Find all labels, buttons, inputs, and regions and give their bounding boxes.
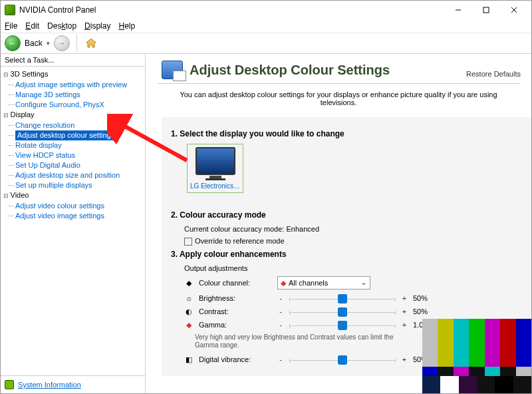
sidebar-header: Select a Task... [1,54,145,67]
monitor-icon [196,147,235,175]
colour-channel-select[interactable]: ◆All channels [277,276,370,290]
gamma-label: Gamma: [199,321,272,329]
tree-item[interactable]: Manage 3D settings [15,90,145,100]
brightness-slider[interactable] [289,294,396,303]
window-title: NVIDIA Control Panel [19,5,445,15]
contrast-slider[interactable] [289,307,396,316]
nvidia-app-icon [5,5,15,15]
tree-item[interactable]: Configure Surround, PhysX [15,100,145,110]
task-tree: 3D Settings Adjust image settings with p… [1,67,145,376]
contrast-label: Contrast: [199,307,272,315]
arrow-right-icon: → [58,39,66,48]
menu-display[interactable]: Display [84,21,110,31]
arrow-left-icon: ← [9,39,17,48]
vibrance-slider[interactable] [289,355,396,364]
gamma-slider[interactable] [289,320,396,329]
titlebar: NVIDIA Control Panel [1,1,531,19]
display-name: LG Electronics… [190,182,240,190]
step-2-label: 2. Colour accuracy mode [171,210,519,220]
tree-item-selected[interactable]: Adjust desktop colour settings [15,130,116,140]
toolbar: ← Back ▾ → [1,33,531,54]
tree-item[interactable]: Change resolution [15,120,145,130]
display-thumbnail[interactable]: LG Electronics… [187,144,243,193]
nav-back-label: Back [25,39,43,48]
nav-back-button[interactable]: ← [5,35,21,51]
brightness-value: 50% [413,294,436,302]
nvidia-icon [5,380,14,389]
tree-item[interactable]: Adjust desktop size and position [15,170,145,180]
close-button[interactable] [501,2,527,18]
tree-group-video[interactable]: Video [3,190,145,201]
contrast-value: 50% [413,307,436,315]
page-description: You can adjust desktop colour settings f… [146,84,531,113]
system-information-bar: System Information [1,376,145,393]
menu-help[interactable]: Help [118,21,135,31]
page-title: Adjust Desktop Colour Settings [190,63,466,78]
vibrance-label: Digital vibrance: [199,355,272,363]
override-label: Override to reference mode [195,237,285,245]
colour-channel-value: All channels [289,279,328,287]
tree-item[interactable]: Adjust video image settings [15,211,145,221]
tree-item[interactable]: Adjust image settings with preview [15,80,145,90]
tree-item[interactable]: Adjust video colour settings [15,201,145,211]
menu-desktop[interactable]: Desktop [47,21,76,31]
main-pane: Adjust Desktop Colour Settings Restore D… [146,54,531,393]
gamma-note: Very high and very low Brightness and Co… [195,333,394,349]
tree-item[interactable]: View HDCP status [15,150,145,160]
minimize-button[interactable] [445,2,471,18]
gamma-icon: ◆ [184,320,194,329]
sidebar: Select a Task... 3D Settings Adjust imag… [1,54,146,393]
menubar: File Edit Desktop Display Help [1,19,531,33]
nav-forward-button[interactable]: → [54,35,70,51]
tree-item[interactable]: Set Up Digital Audio [15,160,145,170]
vibrance-icon: ◧ [184,355,194,364]
step-1-label: 1. Select the display you would like to … [171,129,519,138]
menu-edit[interactable]: Edit [25,21,39,31]
tree-item[interactable]: Set up multiple displays [15,180,145,190]
restore-defaults-link[interactable]: Restore Defaults [466,70,521,79]
output-adjustments-label: Output adjustments [184,264,519,272]
colour-channel-label: Colour channel: [199,279,272,287]
tree-group-3d[interactable]: 3D Settings [3,69,145,80]
tree-item[interactable]: Rotate display [15,140,145,150]
colour-channel-icon: ◆ [184,278,194,288]
page-header-icon [162,61,183,79]
brightness-icon: ☼ [184,294,194,303]
reference-image-preview: Reference image: 1 2 [422,319,531,393]
contrast-icon: ◐ [184,307,194,316]
step-3-label: 3. Apply colour enhancements [171,250,519,259]
system-information-link[interactable]: System Information [18,381,81,389]
home-button[interactable] [84,36,98,51]
toolbar-separator [76,35,77,52]
back-dropdown-icon[interactable]: ▾ [47,40,50,47]
brightness-label: Brightness: [199,294,272,302]
override-checkbox-row[interactable]: Override to reference mode [184,237,519,246]
menu-file[interactable]: File [5,21,17,31]
checkbox-icon[interactable] [184,238,192,246]
home-icon [85,37,97,49]
svg-rect-1 [483,7,489,13]
maximize-button[interactable] [473,2,499,18]
tree-group-display[interactable]: Display [3,110,145,120]
accuracy-current: Current colour accuracy mode: Enhanced [184,225,519,233]
